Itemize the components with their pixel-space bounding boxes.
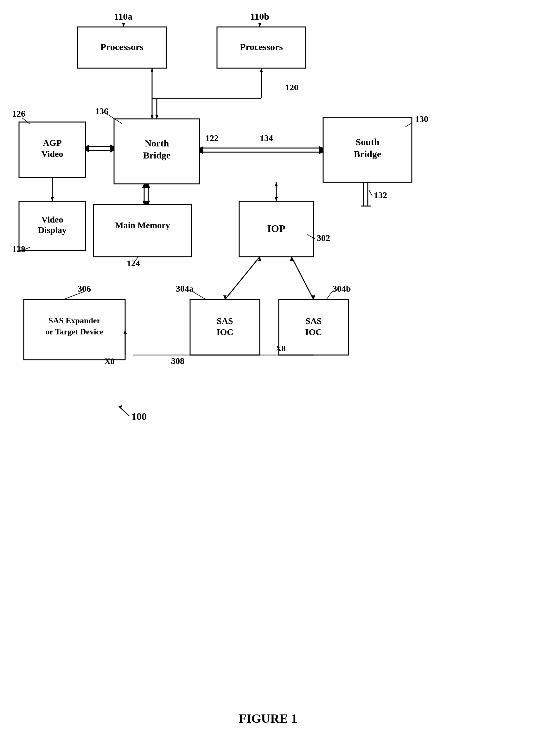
svg-text:IOC: IOC <box>305 327 322 337</box>
svg-marker-74 <box>123 330 127 334</box>
svg-marker-69 <box>290 257 293 261</box>
svg-text:304a: 304a <box>176 284 193 294</box>
svg-text:306: 306 <box>78 284 91 294</box>
svg-line-99 <box>63 292 84 300</box>
svg-rect-8 <box>24 300 125 360</box>
svg-text:302: 302 <box>317 233 330 243</box>
svg-text:SAS Expander: SAS Expander <box>49 316 100 325</box>
svg-rect-5 <box>19 201 85 250</box>
svg-text:FIGURE 1: FIGURE 1 <box>239 711 297 726</box>
svg-text:Bridge: Bridge <box>354 149 382 159</box>
svg-marker-34 <box>258 23 261 27</box>
svg-text:North: North <box>145 138 169 148</box>
svg-text:Processors: Processors <box>240 42 283 52</box>
svg-text:110a: 110a <box>114 11 132 21</box>
svg-marker-57 <box>51 197 54 201</box>
svg-text:128: 128 <box>12 244 25 254</box>
svg-rect-10 <box>279 300 349 355</box>
svg-text:Video: Video <box>42 149 63 159</box>
svg-text:308: 308 <box>171 356 184 366</box>
svg-marker-64 <box>275 197 278 201</box>
svg-text:Video: Video <box>42 215 63 225</box>
svg-rect-1 <box>217 27 306 68</box>
svg-marker-67 <box>223 295 226 300</box>
svg-rect-0 <box>78 27 166 68</box>
svg-rect-9 <box>190 300 260 355</box>
diagram-svg: Processors Processors North Bridge South… <box>0 0 536 756</box>
svg-marker-54 <box>85 145 89 153</box>
svg-text:100: 100 <box>131 411 147 422</box>
svg-marker-102 <box>119 405 122 409</box>
svg-marker-41 <box>260 68 263 72</box>
svg-text:SAS: SAS <box>305 316 321 326</box>
svg-line-97 <box>326 291 333 300</box>
svg-text:Display: Display <box>38 225 67 235</box>
svg-text:or Target Device: or Target Device <box>46 327 104 336</box>
svg-line-79 <box>106 114 122 124</box>
svg-line-87 <box>22 118 30 124</box>
svg-marker-50 <box>142 184 150 188</box>
svg-marker-51 <box>142 201 150 204</box>
diagram-container: Processors Processors North Bridge South… <box>0 0 536 756</box>
svg-text:124: 124 <box>127 258 140 268</box>
svg-line-83 <box>406 123 412 127</box>
svg-text:Main Memory: Main Memory <box>115 220 170 230</box>
svg-text:IOP: IOP <box>267 223 285 234</box>
svg-rect-2 <box>114 119 200 184</box>
svg-line-65 <box>225 257 260 300</box>
svg-text:110b: 110b <box>250 11 269 21</box>
svg-marker-37 <box>151 68 154 72</box>
svg-marker-66 <box>258 257 261 261</box>
svg-text:Processors: Processors <box>100 42 144 52</box>
svg-marker-63 <box>275 182 278 186</box>
svg-text:122: 122 <box>205 133 218 143</box>
svg-marker-38 <box>151 115 154 119</box>
svg-line-85 <box>369 190 372 196</box>
svg-text:132: 132 <box>374 190 387 200</box>
svg-text:X8: X8 <box>105 357 115 366</box>
svg-marker-47 <box>319 146 323 154</box>
svg-marker-46 <box>200 146 203 154</box>
svg-text:South: South <box>355 137 379 147</box>
svg-rect-4 <box>19 122 85 177</box>
svg-text:X8: X8 <box>276 344 286 353</box>
svg-line-68 <box>291 257 314 300</box>
svg-text:120: 120 <box>285 83 298 92</box>
svg-rect-6 <box>93 204 192 257</box>
svg-marker-43 <box>155 115 158 119</box>
svg-text:SAS: SAS <box>217 316 233 326</box>
svg-text:304b: 304b <box>333 284 351 294</box>
svg-marker-55 <box>110 145 114 153</box>
svg-line-91 <box>133 257 138 264</box>
svg-text:Bridge: Bridge <box>143 150 171 161</box>
svg-text:AGP: AGP <box>43 138 61 148</box>
svg-line-93 <box>307 234 315 239</box>
svg-marker-31 <box>122 23 125 27</box>
svg-line-89 <box>22 247 30 250</box>
svg-rect-7 <box>239 201 314 257</box>
svg-marker-70 <box>312 295 315 300</box>
svg-text:130: 130 <box>415 114 428 124</box>
svg-text:IOC: IOC <box>217 327 233 337</box>
svg-rect-3 <box>323 117 412 182</box>
svg-line-95 <box>192 291 206 300</box>
svg-text:126: 126 <box>12 109 25 119</box>
svg-text:136: 136 <box>95 106 108 116</box>
svg-line-101 <box>119 406 129 416</box>
svg-text:134: 134 <box>260 133 273 143</box>
